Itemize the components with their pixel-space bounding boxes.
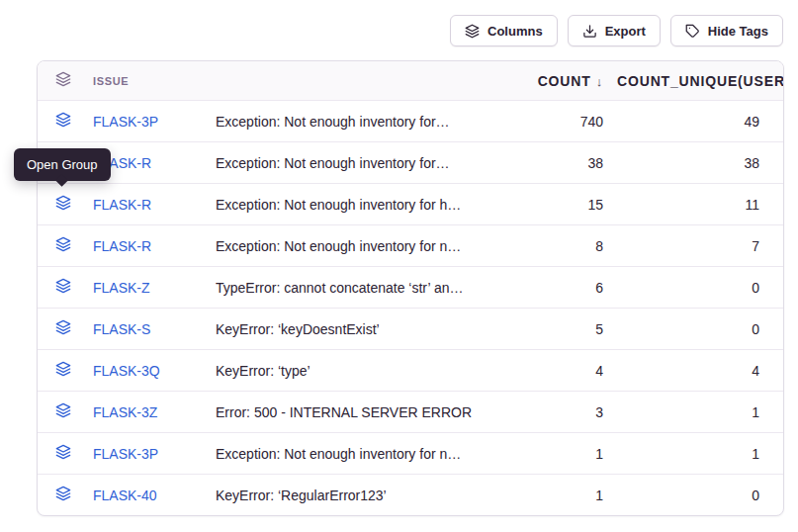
open-group-icon-button[interactable] <box>55 278 71 297</box>
row-icon-cell <box>38 319 93 338</box>
issue-cell: FLASK-3Q <box>93 362 216 380</box>
toolbar: Columns Export Hide Tags <box>450 15 783 46</box>
table-row: FLASK-Z TypeError: cannot concatenate ‘s… <box>38 266 783 308</box>
count-unique-value: 0 <box>617 488 783 503</box>
issue-title: Exception: Not enough inventory for n… <box>216 238 500 254</box>
open-group-icon-button[interactable] <box>55 444 71 463</box>
issue-link[interactable]: FLASK-3Z <box>93 404 157 420</box>
count-unique-value: 11 <box>617 197 783 213</box>
issue-title: KeyError: ‘RegularError123’ <box>216 488 500 503</box>
open-group-icon-button[interactable] <box>55 236 71 255</box>
table-row: FLASK-3Z Error: 500 - INTERNAL SERVER ER… <box>38 391 783 432</box>
count-unique-value: 4 <box>617 363 783 379</box>
issue-title: Error: 500 - INTERNAL SERVER ERROR <box>216 404 500 420</box>
count-value: 15 <box>500 197 617 213</box>
layers-icon <box>55 278 71 297</box>
issue-link[interactable]: FLASK-S <box>93 321 150 337</box>
issue-title: Exception: Not enough inventory for n… <box>216 446 500 462</box>
count-value: 5 <box>500 321 617 337</box>
issue-title: Exception: Not enough inventory for h… <box>216 197 500 213</box>
issues-table: ISSUE COUNT↓ COUNT_UNIQUE(USER) FLASK-3P… <box>37 60 784 516</box>
count-value: 1 <box>500 446 617 462</box>
count-unique-value: 1 <box>617 404 783 420</box>
row-icon-cell <box>38 112 93 131</box>
export-button[interactable]: Export <box>568 15 661 46</box>
issue-title: TypeError: cannot concatenate ‘str’ an… <box>216 280 500 296</box>
layers-icon <box>55 71 71 91</box>
count-header-label: COUNT <box>538 73 591 89</box>
issue-link[interactable]: FLASK-Z <box>93 280 150 296</box>
layers-icon <box>55 195 71 214</box>
columns-stack-icon <box>465 24 480 39</box>
column-header-issue[interactable]: ISSUE <box>93 75 216 87</box>
count-unique-value: 0 <box>617 280 783 296</box>
table-row: FLASK-40 KeyError: ‘RegularError123’ 1 0 <box>38 474 783 515</box>
open-group-tooltip: Open Group <box>14 148 111 181</box>
table-row: FLASK-R Exception: Not enough inventory … <box>38 141 783 183</box>
table-header-row: ISSUE COUNT↓ COUNT_UNIQUE(USER) <box>38 61 783 100</box>
table-row: FLASK-R Exception: Not enough inventory … <box>38 183 783 224</box>
count-unique-value: 1 <box>617 446 783 462</box>
column-header-count[interactable]: COUNT↓ <box>500 73 617 89</box>
layers-icon <box>55 402 71 421</box>
issue-link[interactable]: FLASK-R <box>93 238 151 254</box>
open-group-icon-button[interactable] <box>55 402 71 421</box>
count-value: 8 <box>500 238 617 254</box>
row-icon-cell <box>38 361 93 380</box>
columns-button[interactable]: Columns <box>450 15 558 46</box>
issue-cell: FLASK-R <box>93 237 216 255</box>
tooltip-label: Open Group <box>27 157 98 172</box>
open-group-icon-button[interactable] <box>55 486 71 504</box>
issue-title: KeyError: ‘keyDoesntExist’ <box>216 321 500 337</box>
table-row: FLASK-3Q KeyError: ‘type’ 4 4 <box>38 349 783 391</box>
open-group-icon-button[interactable] <box>55 319 71 338</box>
column-header-count-unique[interactable]: COUNT_UNIQUE(USER) <box>617 73 783 89</box>
row-icon-cell <box>38 444 93 463</box>
table-row: FLASK-3P Exception: Not enough inventory… <box>38 432 783 474</box>
open-group-icon-button[interactable] <box>55 195 71 214</box>
issue-link[interactable]: FLASK-3Q <box>93 363 160 379</box>
issue-cell: FLASK-40 <box>93 487 216 504</box>
count-unique-value: 7 <box>617 238 783 254</box>
row-icon-cell <box>38 486 93 504</box>
issue-cell: FLASK-3P <box>93 445 216 463</box>
table-row: FLASK-3P Exception: Not enough inventory… <box>38 100 783 141</box>
issue-cell: FLASK-R <box>93 196 216 214</box>
export-download-icon <box>582 24 597 39</box>
count-value: 6 <box>500 280 617 296</box>
columns-button-label: Columns <box>488 24 543 39</box>
sort-descending-icon[interactable]: ↓ <box>596 74 603 89</box>
hide-tags-button[interactable]: Hide Tags <box>670 15 783 46</box>
issue-title: Exception: Not enough inventory for… <box>216 114 500 130</box>
tag-icon <box>685 24 700 39</box>
hide-tags-button-label: Hide Tags <box>708 24 768 39</box>
count-value: 4 <box>500 363 617 379</box>
issue-title: KeyError: ‘type’ <box>216 363 500 379</box>
count-value: 38 <box>500 155 617 171</box>
issue-title: Exception: Not enough inventory for… <box>216 155 500 171</box>
table-row: FLASK-S KeyError: ‘keyDoesntExist’ 5 0 <box>38 308 783 349</box>
table-row: FLASK-R Exception: Not enough inventory … <box>38 224 783 266</box>
table-body: FLASK-3P Exception: Not enough inventory… <box>38 100 783 515</box>
issue-link[interactable]: FLASK-3P <box>93 114 158 130</box>
count-unique-value: 49 <box>617 114 783 130</box>
layers-icon <box>55 361 71 380</box>
header-icon-cell <box>38 71 93 91</box>
issue-cell: FLASK-3Z <box>93 403 216 421</box>
open-group-icon-button[interactable] <box>55 112 71 131</box>
layers-icon <box>55 112 71 131</box>
count-value: 740 <box>500 114 617 130</box>
issue-link[interactable]: FLASK-R <box>93 197 151 213</box>
row-icon-cell <box>38 402 93 421</box>
issue-cell: FLASK-S <box>93 320 216 338</box>
layers-icon <box>55 486 71 504</box>
layers-icon <box>55 236 71 255</box>
open-group-icon-button[interactable] <box>55 361 71 380</box>
issue-cell: FLASK-Z <box>93 279 216 297</box>
count-value: 3 <box>500 404 617 420</box>
row-icon-cell <box>38 195 93 214</box>
row-icon-cell <box>38 236 93 255</box>
issue-link[interactable]: FLASK-40 <box>93 488 157 503</box>
export-button-label: Export <box>605 24 646 39</box>
issue-link[interactable]: FLASK-3P <box>93 446 158 462</box>
